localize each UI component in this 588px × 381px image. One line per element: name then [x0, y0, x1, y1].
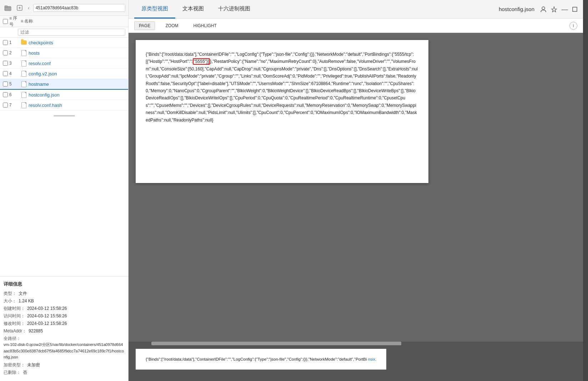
svg-rect-4 — [573, 7, 577, 11]
viewer-toolbar: PAGE ZOOM HIGHLIGHT i — [129, 19, 583, 33]
row-7-num: 7 — [9, 103, 19, 108]
accessed-value: 2024-03-12 15:58:26 — [27, 313, 67, 319]
row-1-num: 1 — [9, 40, 19, 45]
detail-encrypt: 加密类型： 未加密 — [4, 362, 125, 368]
type-label: 类型： — [4, 290, 16, 297]
row-1-checkbox[interactable] — [3, 40, 8, 45]
detail-deleted: 已删除： 否 — [4, 369, 125, 376]
detail-size: 大小： 1.24 KB — [4, 298, 125, 304]
row-4-checkbox[interactable] — [3, 71, 8, 76]
row-6-num: 6 — [9, 92, 19, 97]
left-toolbar: ‹ 451a0978d664aac83b — [0, 0, 128, 16]
right-panel: 原类型视图 文本视图 十六进制视图 hostconfig.json — PAGE… — [129, 0, 583, 381]
row-6-checkbox[interactable] — [3, 92, 8, 97]
h-scrollbar-thumb[interactable] — [151, 342, 401, 345]
modified-label: 修改时间： — [4, 320, 25, 327]
file-list: 1 checkpoints 2 hosts 3 resolv.conf 4 co… — [0, 38, 128, 276]
row-4-name[interactable]: config.v2.json — [29, 71, 125, 76]
new-tab-icon-btn[interactable] — [15, 4, 24, 12]
detail-modified: 修改时间： 2024-03-12 15:58:26 — [4, 320, 125, 327]
content-page: {"Binds":["/root/data:/data"],"Container… — [136, 40, 428, 183]
file-row-6[interactable]: 6 hostconfig.json — [0, 90, 128, 100]
row-1-name[interactable]: checkpoints — [29, 40, 125, 45]
user-icon-btn[interactable] — [540, 6, 547, 13]
info-btn[interactable]: i — [569, 22, 577, 30]
row-5-checkbox[interactable] — [3, 81, 8, 86]
file-row-4[interactable]: 4 config.v2.json — [0, 69, 128, 79]
svg-point-3 — [542, 7, 545, 10]
created-label: 创建时间： — [4, 305, 25, 312]
row-5-name[interactable]: hostname — [29, 81, 125, 87]
fullpath-label: 全路径： — [4, 335, 125, 342]
detail-created: 创建时间： 2024-03-12 15:58:26 — [4, 305, 125, 312]
fullpath-value: vm-102-disk-0.qcow2/分区5/var/lib/docker/c… — [4, 342, 125, 361]
file-type-icon-2 — [21, 50, 27, 56]
select-all-checkbox[interactable] — [3, 19, 8, 24]
deleted-value: 否 — [23, 369, 27, 376]
viewer-bottom: {"Binds":["/root/data:/data"],"Container… — [129, 345, 583, 381]
viewer-header: 原类型视图 文本视图 十六进制视图 hostconfig.json — — [129, 0, 583, 19]
col-num-header: ≡ 序号 — [9, 15, 19, 28]
encrypt-value: 未加密 — [27, 362, 40, 368]
file-type-icon-5 — [21, 81, 27, 87]
highlighted-value: "5555"}] — [193, 58, 210, 65]
right-edge-bar — [583, 0, 588, 381]
scroll-handle[interactable] — [54, 115, 75, 117]
file-row-2[interactable]: 2 hosts — [0, 48, 128, 58]
bottom-link[interactable]: nsix. — [368, 357, 377, 361]
maximize-btn[interactable] — [572, 7, 577, 12]
detail-fullpath-row: 全路径： vm-102-disk-0.qcow2/分区5/var/lib/doc… — [4, 335, 125, 361]
folder-type-icon — [21, 39, 27, 46]
detail-type: 类型： 文件 — [4, 290, 125, 297]
row-7-name[interactable]: resolv.conf.hash — [29, 103, 125, 108]
row-3-checkbox[interactable] — [3, 61, 8, 66]
file-list-header: ≡ 序号 ≡ 名称 — [0, 16, 128, 27]
tab-text[interactable]: 文本视图 — [175, 0, 211, 19]
tab-hex[interactable]: 十六进制视图 — [211, 0, 257, 19]
details-title: 详细信息 — [4, 281, 125, 287]
details-panel: 详细信息 类型： 文件 大小： 1.24 KB 创建时间： 2024-03-12… — [0, 276, 128, 381]
toolbar-highlight-tab[interactable]: HIGHLIGHT — [189, 21, 221, 30]
encrypt-label: 加密类型： — [4, 362, 25, 368]
size-label: 大小： — [4, 298, 16, 304]
json-content-after: },"RestartPolicy":{"Name":"no","MaximumR… — [146, 59, 418, 122]
file-row-5[interactable]: 5 hostname — [0, 79, 128, 90]
row-3-num: 3 — [9, 61, 19, 66]
h-scrollbar[interactable] — [129, 342, 583, 345]
path-bar: 451a0978d664aac83b — [33, 4, 125, 12]
viewer-icons: — — [540, 6, 577, 13]
file-type-icon-7 — [21, 102, 27, 108]
metaaddr-label: MetaAddr： — [4, 328, 26, 334]
tab-raw[interactable]: 原类型视图 — [134, 0, 175, 19]
file-row-7[interactable]: 7 resolv.conf.hash — [0, 100, 128, 110]
filter-input[interactable] — [18, 29, 125, 36]
row-3-name[interactable]: resolv.conf — [29, 61, 125, 66]
svg-rect-1 — [5, 6, 7, 7]
modified-value: 2024-03-12 15:58:26 — [27, 320, 67, 327]
detail-accessed: 访问时间： 2024-03-12 15:58:26 — [4, 313, 125, 319]
row-4-num: 4 — [9, 71, 19, 76]
folder-icon-btn[interactable] — [3, 4, 13, 12]
file-type-icon-4 — [21, 70, 27, 77]
file-type-icon-3 — [21, 60, 27, 66]
deleted-label: 已删除： — [4, 369, 21, 376]
row-2-checkbox[interactable] — [3, 50, 8, 55]
row-6-name[interactable]: hostconfig.json — [29, 92, 125, 98]
minimize-btn[interactable]: — — [562, 6, 568, 13]
toolbar-zoom-tab[interactable]: ZOOM — [161, 21, 183, 30]
file-row-1[interactable]: 1 checkpoints — [0, 38, 128, 48]
toolbar-page-tab[interactable]: PAGE — [134, 21, 155, 30]
filter-row — [0, 27, 128, 38]
row-5-num: 5 — [9, 81, 19, 86]
pin-icon-btn[interactable] — [551, 6, 557, 13]
left-panel: ‹ 451a0978d664aac83b ≡ 序号 ≡ 名称 1 checkpo… — [0, 0, 129, 381]
viewer-filename: hostconfig.json — [499, 6, 534, 12]
viewer-content[interactable]: {"Binds":["/root/data:/data"],"Container… — [129, 33, 583, 345]
file-row-3[interactable]: 3 resolv.conf — [0, 58, 128, 69]
nav-back-btn[interactable]: ‹ — [26, 4, 31, 11]
row-7-checkbox[interactable] — [3, 103, 8, 108]
accessed-label: 访问时间： — [4, 313, 25, 319]
row-2-name[interactable]: hosts — [29, 50, 125, 56]
col-name-header: ≡ 名称 — [21, 18, 125, 24]
bottom-content-page: {"Binds":["/root/data:/data"],"Container… — [136, 349, 386, 370]
